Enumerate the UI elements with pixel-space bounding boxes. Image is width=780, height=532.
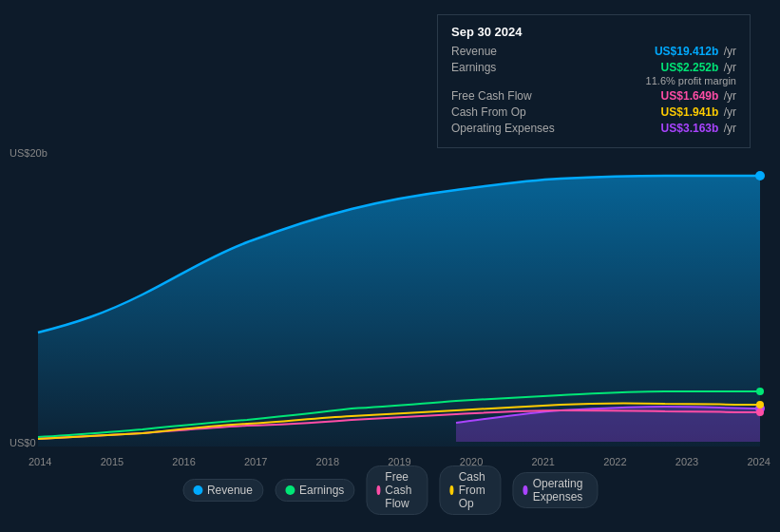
x-axis-label: 2022 (603, 456, 626, 467)
legend-label: Earnings (299, 484, 344, 497)
tooltip-earnings-value: US$2.252b (661, 61, 719, 74)
tooltip-earnings-row: Earnings US$2.252b /yr (451, 61, 736, 74)
tooltip-revenue-row: Revenue US$19.412b /yr (451, 45, 736, 58)
tooltip-cfo-label: Cash From Op (451, 105, 526, 119)
y-axis-top-label: US$20b (10, 147, 48, 159)
legend-dot (523, 485, 527, 495)
x-axis-label: 2014 (29, 456, 51, 467)
tooltip-cfo-value: US$1.941b (661, 105, 719, 119)
tooltip-fcf-row: Free Cash Flow US$1.649b /yr (451, 89, 736, 103)
legend-item[interactable]: Cash From Op (439, 466, 501, 515)
tooltip-cfo-unit: /yr (724, 105, 736, 119)
legend-label: Cash From Op (459, 470, 491, 510)
x-axis-label: 2023 (675, 456, 698, 467)
profit-margin-text: 11.6% profit margin (646, 75, 736, 86)
tooltip-revenue-label: Revenue (451, 45, 497, 58)
chart-container: US$20b US$0 2014201520162017201820192020… (0, 0, 780, 532)
tooltip-panel: Sep 30 2024 Revenue US$19.412b /yr Earni… (437, 14, 751, 148)
tooltip-earnings-unit: /yr (724, 61, 736, 74)
legend-label: Operating Expenses (533, 477, 587, 504)
tooltip-fcf-unit: /yr (724, 89, 736, 103)
chart-legend: RevenueEarningsFree Cash FlowCash From O… (182, 466, 598, 515)
tooltip-opex-value: US$3.163b (661, 122, 719, 135)
legend-dot (193, 485, 202, 495)
tooltip-date: Sep 30 2024 (451, 25, 736, 39)
tooltip-revenue-value: US$19.412b (655, 45, 718, 58)
legend-dot (376, 485, 380, 495)
tooltip-opex-row: Operating Expenses US$3.163b /yr (451, 122, 736, 135)
legend-dot (285, 485, 295, 495)
x-axis-label: 2024 (747, 456, 770, 467)
tooltip-revenue-unit: /yr (724, 45, 736, 58)
svg-point-0 (755, 171, 765, 180)
legend-label: Free Cash Flow (385, 470, 417, 510)
tooltip-opex-label: Operating Expenses (451, 122, 555, 135)
y-axis-bottom-label: US$0 (10, 437, 36, 448)
tooltip-fcf-label: Free Cash Flow (451, 89, 532, 103)
svg-point-4 (756, 408, 764, 416)
tooltip-cfo-row: Cash From Op US$1.941b /yr (451, 105, 736, 119)
legend-item[interactable]: Earnings (275, 479, 354, 502)
legend-item[interactable]: Operating Expenses (512, 472, 598, 508)
svg-point-2 (756, 401, 764, 408)
legend-item[interactable]: Free Cash Flow (366, 466, 428, 515)
svg-point-3 (756, 388, 764, 395)
legend-dot (449, 485, 453, 495)
legend-item[interactable]: Revenue (182, 479, 263, 502)
tooltip-earnings-label: Earnings (451, 61, 496, 74)
profit-margin-row: 11.6% profit margin (451, 75, 736, 86)
x-axis-label: 2015 (101, 456, 124, 467)
tooltip-fcf-value: US$1.649b (661, 89, 719, 103)
legend-label: Revenue (207, 484, 253, 497)
tooltip-opex-unit: /yr (724, 122, 736, 135)
